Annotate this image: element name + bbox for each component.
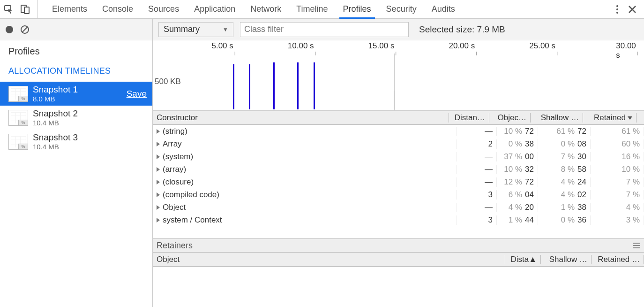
snapshot-text: Snapshot 1 8.0 MB: [33, 84, 78, 103]
table-row[interactable]: Object — 4 %20 1 %38 4 %: [153, 201, 644, 214]
snapshot-text: Snapshot 3 10.4 MB: [33, 132, 78, 151]
th-constructor[interactable]: Constructor: [153, 113, 449, 123]
snapshot-item[interactable]: % Snapshot 1 8.0 MB Save: [0, 82, 152, 106]
cell-retained: 16 %: [591, 152, 644, 161]
cell-shallow: 4 %24: [538, 177, 591, 187]
disclosure-triangle-icon[interactable]: [157, 142, 160, 146]
tab-application[interactable]: Application: [187, 0, 243, 18]
cell-distance: —: [457, 165, 497, 174]
tab-elements[interactable]: Elements: [45, 0, 95, 18]
disclosure-triangle-icon[interactable]: [157, 205, 160, 210]
th-retained[interactable]: Retained: [583, 113, 637, 123]
cell-objects: 10 %32: [497, 165, 538, 174]
profiles-sidebar: Profiles ALLOCATION TIMELINES % Snapshot…: [0, 19, 153, 307]
main-toolbar: Summary ▼ Selected size: 7.9 MB: [153, 19, 644, 40]
snapshot-save-link[interactable]: Save: [127, 89, 147, 99]
view-dropdown[interactable]: Summary ▼: [158, 22, 233, 37]
timeline-y-label: 500 KB: [155, 77, 181, 86]
disclosure-triangle-icon[interactable]: [157, 218, 160, 223]
sidebar-section-header: ALLOCATION TIMELINES: [0, 60, 152, 79]
th-shallow[interactable]: Shallow …: [531, 113, 583, 123]
th-objects[interactable]: Objec…: [489, 113, 531, 123]
device-toggle-icon[interactable]: [21, 4, 30, 15]
table-row[interactable]: Array 2 0 %38 0 %08 60 %: [153, 138, 644, 150]
tab-sources[interactable]: Sources: [141, 0, 187, 18]
disclosure-triangle-icon[interactable]: [157, 167, 160, 172]
disclosure-triangle-icon[interactable]: [157, 154, 160, 159]
table-row[interactable]: (string) — 10 %72 61 %72 61 %: [153, 125, 644, 138]
constructor-name: Array: [163, 139, 182, 149]
tab-profiles[interactable]: Profiles: [336, 0, 379, 18]
cell-retained: 61 %: [591, 127, 644, 136]
constructor-name: (closure): [163, 177, 194, 187]
retainers-title: Retainers: [157, 241, 193, 251]
disclosure-triangle-icon[interactable]: [157, 180, 160, 184]
timeline-tick: 25.00 s: [529, 41, 555, 51]
content-area: Profiles ALLOCATION TIMELINES % Snapshot…: [0, 19, 644, 307]
cell-retained: 60 %: [591, 139, 644, 149]
tab-network[interactable]: Network: [243, 0, 289, 18]
svg-point-3: [616, 5, 618, 7]
kebab-menu-icon[interactable]: [616, 4, 619, 15]
snapshot-item[interactable]: % Snapshot 2 10.4 MB: [0, 106, 152, 130]
timeline-tick: 20.00 s: [449, 41, 475, 51]
clear-icon[interactable]: [20, 24, 30, 35]
snapshot-name: Snapshot 2: [33, 108, 78, 119]
retainers-table-head: Object Dista▲ Shallow … Retained …: [153, 253, 644, 267]
allocation-bar: [314, 62, 315, 109]
th-distance[interactable]: Distan…: [449, 113, 489, 123]
cell-objects: 6 %04: [497, 190, 538, 200]
svg-point-5: [616, 12, 618, 14]
cell-distance: —: [457, 127, 497, 136]
svg-point-4: [616, 8, 618, 10]
chevron-down-icon: ▼: [223, 26, 228, 33]
th-rretained[interactable]: Retained …: [592, 255, 644, 264]
main-panel: Summary ▼ Selected size: 7.9 MB 5.00 s10…: [153, 19, 644, 307]
class-filter-input[interactable]: [240, 22, 409, 37]
cell-shallow: 1 %38: [538, 203, 591, 212]
table-row[interactable]: system / Context 3 1 %44 0 %36 3 %: [153, 214, 644, 226]
snapshot-size: 10.4 MB: [33, 119, 78, 127]
cell-objects: 10 %72: [497, 127, 538, 136]
close-icon[interactable]: [628, 5, 637, 14]
disclosure-triangle-icon[interactable]: [157, 192, 160, 197]
table-row[interactable]: (closure) — 12 %72 4 %24 7 %: [153, 176, 644, 188]
snapshot-size: 8.0 MB: [33, 95, 78, 103]
cell-distance: 3: [457, 215, 497, 225]
tab-audits[interactable]: Audits: [424, 0, 463, 18]
svg-rect-2: [24, 7, 29, 14]
table-row[interactable]: (system) — 37 %00 7 %30 16 %: [153, 150, 644, 163]
tab-console[interactable]: Console: [95, 0, 141, 18]
timeline-tick: 10.00 s: [288, 41, 314, 51]
th-object[interactable]: Object: [153, 255, 505, 264]
snapshot-list: % Snapshot 1 8.0 MB Save% Snapshot 2 10.…: [0, 79, 152, 154]
allocation-timeline-chart[interactable]: 5.00 s10.00 s15.00 s20.00 s25.00 s30.00 …: [153, 40, 644, 111]
constructor-name: Object: [163, 203, 186, 212]
table-row[interactable]: (compiled code) 3 6 %04 4 %02 7 %: [153, 188, 644, 201]
tab-security[interactable]: Security: [379, 0, 424, 18]
cell-shallow: 0 %36: [538, 215, 591, 225]
inspect-icon[interactable]: [4, 4, 14, 15]
cell-retained: 3 %: [591, 215, 644, 225]
constructors-table-body[interactable]: (string) — 10 %72 61 %72 61 %Array 2 0 %…: [153, 125, 644, 238]
snapshot-item[interactable]: % Snapshot 3 10.4 MB: [0, 130, 152, 154]
snapshot-text: Snapshot 2 10.4 MB: [33, 108, 78, 127]
cell-shallow: 7 %30: [538, 152, 591, 161]
selected-size-label: Selected size: 7.9 MB: [419, 24, 505, 35]
cell-objects: 37 %00: [497, 152, 538, 161]
hamburger-icon[interactable]: [633, 243, 640, 248]
th-rdistance[interactable]: Dista▲: [505, 255, 541, 264]
tab-timeline[interactable]: Timeline: [289, 0, 335, 18]
allocation-bar: [249, 64, 250, 109]
devtools-tabs-bar: ElementsConsoleSourcesApplicationNetwork…: [0, 0, 644, 19]
cell-retained: 7 %: [591, 177, 644, 187]
constructors-table: Constructor Distan… Objec… Shallow … Ret…: [153, 111, 644, 238]
disclosure-triangle-icon[interactable]: [157, 129, 160, 134]
view-dropdown-label: Summary: [164, 24, 200, 34]
cell-objects: 1 %44: [497, 215, 538, 225]
record-icon[interactable]: [6, 26, 13, 33]
table-row[interactable]: (array) — 10 %32 8 %58 10 %: [153, 163, 644, 176]
th-rshallow[interactable]: Shallow …: [541, 255, 592, 264]
snapshot-name: Snapshot 3: [33, 132, 78, 143]
svg-line-7: [22, 27, 28, 32]
